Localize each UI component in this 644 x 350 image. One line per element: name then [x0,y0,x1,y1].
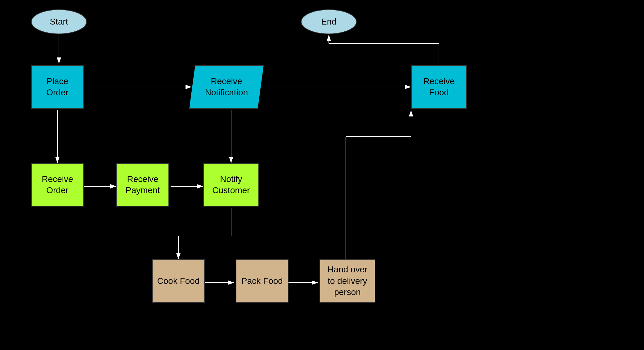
start-node: Start [31,9,87,34]
notify-customer-label: NotifyCustomer [212,174,250,196]
notify-customer-node: NotifyCustomer [203,163,259,207]
receive-food-node: ReceiveFood [411,65,467,109]
hand-over-label: Hand overto deliveryperson [327,264,367,298]
receive-notification-label: ReceiveNotification [205,76,248,98]
place-order-node: PlaceOrder [31,65,84,109]
receive-order-node: ReceiveOrder [31,163,84,207]
receive-notification-node: ReceiveNotification [189,65,264,109]
cook-food-label: Cook Food [157,275,200,287]
pack-food-node: Pack Food [236,259,288,303]
receive-payment-label: ReceivePayment [126,174,160,196]
hand-over-node: Hand overto deliveryperson [320,259,375,303]
receive-order-label: ReceiveOrder [42,174,73,196]
cook-food-node: Cook Food [152,259,205,303]
end-node: End [301,9,357,34]
diagram-container: Start End PlaceOrder ReceiveNotification… [0,0,644,350]
pack-food-label: Pack Food [241,275,283,287]
place-order-label: PlaceOrder [46,76,69,98]
receive-food-label: ReceiveFood [423,76,454,98]
receive-payment-node: ReceivePayment [116,163,169,207]
start-label: Start [50,16,68,27]
end-label: End [321,16,337,27]
